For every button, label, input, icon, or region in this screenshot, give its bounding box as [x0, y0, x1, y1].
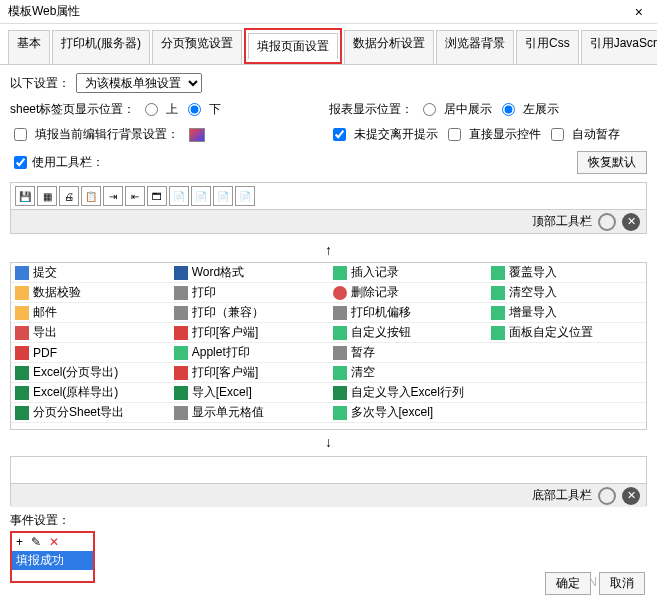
auto-pause-check[interactable] [551, 128, 564, 141]
event-edit-icon[interactable]: ✎ [31, 535, 41, 549]
grid-item[interactable]: 打印 [170, 283, 329, 303]
item-label: 打印[客户端] [192, 324, 259, 341]
tab-page-preview[interactable]: 分页预览设置 [152, 30, 242, 64]
toolbar-icon-8[interactable]: 📄 [191, 186, 211, 206]
sheet-up-radio[interactable] [145, 103, 158, 116]
toolbar-icon-9[interactable]: 📄 [213, 186, 233, 206]
item-label: 分页分Sheet导出 [33, 404, 124, 421]
item-label: 自定义导入Excel行列 [351, 384, 464, 401]
bg-setting-check[interactable] [14, 128, 27, 141]
toolbar-close-icon[interactable]: ✕ [622, 213, 640, 231]
grid-item[interactable]: 提交 [11, 263, 170, 283]
toolbar-icon-10[interactable]: 📄 [235, 186, 255, 206]
center-show-radio[interactable] [423, 103, 436, 116]
cancel-button[interactable]: 取消 [599, 572, 645, 595]
tab-css[interactable]: 引用Css [516, 30, 579, 64]
grid-item[interactable]: 数据校验 [11, 283, 170, 303]
toolbar-icon-2[interactable]: 🖨 [59, 186, 79, 206]
item-label: 清空 [351, 364, 375, 381]
toolbar-icon-7[interactable]: 📄 [169, 186, 189, 206]
event-add-icon[interactable]: + [16, 535, 23, 549]
item-icon [15, 366, 29, 380]
grid-item[interactable]: 分页分Sheet导出 [11, 403, 170, 423]
close-icon[interactable]: × [629, 2, 649, 22]
grid-item[interactable]: Excel(原样导出) [11, 383, 170, 403]
tab-browser-bg[interactable]: 浏览器背景 [436, 30, 514, 64]
item-icon [15, 346, 29, 360]
left-show-radio[interactable] [502, 103, 515, 116]
item-label: 导出 [33, 324, 57, 341]
item-icon [174, 346, 188, 360]
toolbar-icon-1[interactable]: ▦ [37, 186, 57, 206]
grid-item[interactable]: 多次导入[excel] [329, 403, 488, 423]
grid-item[interactable]: 自定义导入Excel行列 [329, 383, 488, 403]
toolbar-icon-5[interactable]: ⇤ [125, 186, 145, 206]
item-icon [174, 366, 188, 380]
grid-item[interactable]: 打印[客户端] [170, 363, 329, 383]
grid-item[interactable]: Excel(分页导出) [11, 363, 170, 383]
item-label: Word格式 [192, 264, 244, 281]
toolbar-icon-6[interactable]: 🗔 [147, 186, 167, 206]
item-icon [491, 326, 505, 340]
grid-item[interactable]: 显示单元格值 [170, 403, 329, 423]
tab-basic[interactable]: 基本 [8, 30, 50, 64]
item-icon [15, 306, 29, 320]
grid-item[interactable]: 插入记录 [329, 263, 488, 283]
grid-item[interactable]: 覆盖导入 [487, 263, 646, 283]
item-label: 删除记录 [351, 284, 399, 301]
grid-item[interactable]: 打印机偏移 [329, 303, 488, 323]
paint-icon[interactable] [189, 128, 205, 142]
grid-item[interactable]: 面板自定义位置 [487, 323, 646, 343]
tab-js[interactable]: 引用JavaScript [581, 30, 657, 64]
ok-button[interactable]: 确定 [545, 572, 591, 595]
toolbar-icon-4[interactable]: ⇥ [103, 186, 123, 206]
sheet-down-radio[interactable] [188, 103, 201, 116]
item-icon [15, 286, 29, 300]
item-label: 邮件 [33, 304, 57, 321]
gear-icon[interactable] [598, 213, 616, 231]
grid-item [487, 383, 646, 403]
grid-item[interactable]: 导出 [11, 323, 170, 343]
grid-item[interactable]: 清空 [329, 363, 488, 383]
direct-show-check[interactable] [448, 128, 461, 141]
item-label: 打印[客户端] [192, 364, 259, 381]
grid-item[interactable]: Applet打印 [170, 343, 329, 363]
tab-data-analysis[interactable]: 数据分析设置 [344, 30, 434, 64]
events-box: + ✎ ✕ 填报成功 [10, 531, 95, 583]
event-selected-item[interactable]: 填报成功 [12, 551, 93, 570]
toolbar-close-icon-2[interactable]: ✕ [622, 487, 640, 505]
grid-item[interactable]: 邮件 [11, 303, 170, 323]
tab-highlight: 填报页面设置 [244, 28, 342, 64]
grid-item[interactable]: 清空导入 [487, 283, 646, 303]
grid-item[interactable]: 打印[客户端] [170, 323, 329, 343]
restore-default-button[interactable]: 恢复默认 [577, 151, 647, 174]
below-settings-label: 以下设置： [10, 75, 70, 92]
grid-item[interactable]: PDF [11, 343, 170, 363]
top-toolbar-label: 顶部工具栏 [532, 213, 592, 230]
item-icon [174, 326, 188, 340]
toolbar-icon-3[interactable]: 📋 [81, 186, 101, 206]
grid-item[interactable]: 删除记录 [329, 283, 488, 303]
toolbar-icons: 💾▦🖨📋⇥⇤🗔📄📄📄📄 [11, 183, 646, 209]
use-toolbar-check[interactable] [14, 156, 27, 169]
grid-item[interactable]: 打印（兼容） [170, 303, 329, 323]
grid-item[interactable]: 自定义按钮 [329, 323, 488, 343]
toolbar-icon-0[interactable]: 💾 [15, 186, 35, 206]
grid-item[interactable]: 导入[Excel] [170, 383, 329, 403]
tab-printer[interactable]: 打印机(服务器) [52, 30, 150, 64]
item-icon [174, 306, 188, 320]
item-label: 数据校验 [33, 284, 81, 301]
event-delete-icon[interactable]: ✕ [49, 535, 59, 549]
gear-icon-2[interactable] [598, 487, 616, 505]
item-icon [491, 286, 505, 300]
grid-item[interactable]: Word格式 [170, 263, 329, 283]
grid-item[interactable]: 增量导入 [487, 303, 646, 323]
tab-bar: 基本 打印机(服务器) 分页预览设置 填报页面设置 数据分析设置 浏览器背景 引… [0, 24, 657, 65]
item-icon [174, 406, 188, 420]
grid-item[interactable]: 暂存 [329, 343, 488, 363]
unsubmit-check[interactable] [333, 128, 346, 141]
tab-fill-page[interactable]: 填报页面设置 [248, 33, 338, 59]
mode-select[interactable]: 为该模板单独设置 [76, 73, 202, 93]
item-icon [333, 326, 347, 340]
item-label: 打印机偏移 [351, 304, 411, 321]
